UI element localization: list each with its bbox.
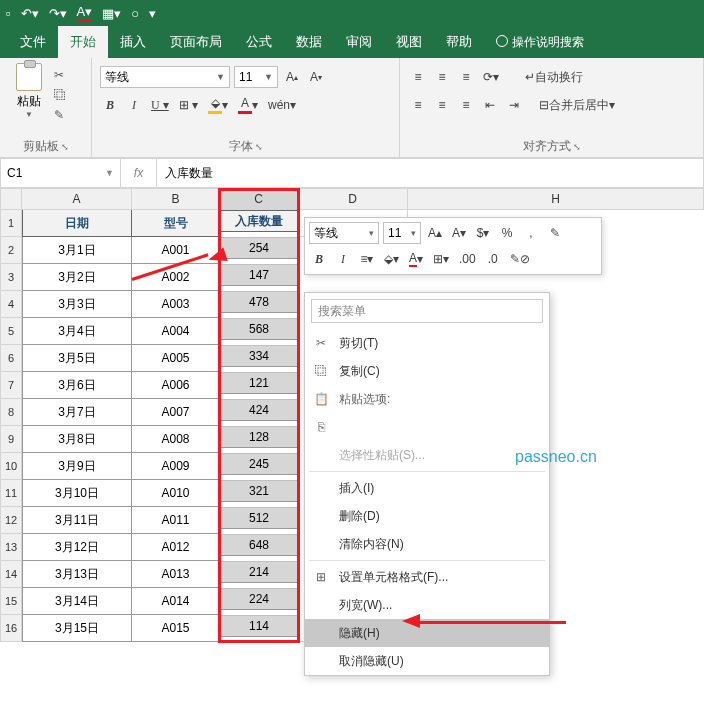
cell-qty[interactable]: 478 bbox=[220, 291, 298, 313]
mini-clear-format[interactable]: ✎⊘ bbox=[507, 248, 533, 270]
cell-date[interactable]: 3月11日 bbox=[22, 507, 132, 534]
cell-model[interactable]: A008 bbox=[132, 426, 220, 453]
border-button[interactable]: ⊞ ▾ bbox=[176, 94, 201, 116]
ctx-paste-option-1[interactable]: ⎘ bbox=[305, 413, 549, 441]
mini-font-name[interactable]: 等线▾ bbox=[309, 222, 379, 244]
row-header[interactable]: 9 bbox=[0, 426, 22, 453]
cell-qty[interactable]: 334 bbox=[220, 345, 298, 367]
ctx-unhide[interactable]: 取消隐藏(U) bbox=[305, 647, 549, 675]
col-header-a[interactable]: A bbox=[22, 188, 132, 210]
merge-center-button[interactable]: ⊟ 合并后居中 ▾ bbox=[536, 94, 618, 116]
cell-qty[interactable]: 648 bbox=[220, 534, 298, 556]
align-left-icon[interactable]: ≡ bbox=[408, 94, 428, 116]
ctx-search-input[interactable]: 搜索菜单 bbox=[311, 299, 543, 323]
cell-date[interactable]: 3月3日 bbox=[22, 291, 132, 318]
fx-icon[interactable]: fx bbox=[121, 159, 157, 187]
wrap-text-button[interactable]: ↵ 自动换行 bbox=[522, 66, 586, 88]
cell-model[interactable]: A007 bbox=[132, 399, 220, 426]
row-header[interactable]: 1 bbox=[0, 210, 22, 237]
ctx-format-cells[interactable]: ⊞设置单元格格式(F)... bbox=[305, 563, 549, 591]
cell-qty[interactable]: 245 bbox=[220, 453, 298, 475]
tab-data[interactable]: 数据 bbox=[284, 26, 334, 58]
phonetic-button[interactable]: wén▾ bbox=[265, 94, 299, 116]
header-qty[interactable]: 入库数量 bbox=[220, 210, 298, 232]
row-header[interactable]: 12 bbox=[0, 507, 22, 534]
mini-fill[interactable]: ⬙▾ bbox=[381, 248, 402, 270]
row-header[interactable]: 7 bbox=[0, 372, 22, 399]
indent-dec-icon[interactable]: ⇤ bbox=[480, 94, 500, 116]
cell-date[interactable]: 3月14日 bbox=[22, 588, 132, 615]
cell-date[interactable]: 3月9日 bbox=[22, 453, 132, 480]
mini-shrink-font[interactable]: A▾ bbox=[449, 222, 469, 244]
fill-color-button[interactable]: ⬙▾ bbox=[205, 94, 231, 116]
mini-percent[interactable]: % bbox=[497, 222, 517, 244]
font-name-select[interactable]: 等线▼ bbox=[100, 66, 230, 88]
formula-input[interactable]: 入库数量 bbox=[157, 159, 703, 187]
tab-insert[interactable]: 插入 bbox=[108, 26, 158, 58]
tab-view[interactable]: 视图 bbox=[384, 26, 434, 58]
cell-qty[interactable]: 147 bbox=[220, 264, 298, 286]
ctx-clear[interactable]: 清除内容(N) bbox=[305, 530, 549, 558]
cell-qty[interactable]: 424 bbox=[220, 399, 298, 421]
row-header[interactable]: 14 bbox=[0, 561, 22, 588]
col-header-d[interactable]: D bbox=[298, 188, 408, 210]
row-header[interactable]: 2 bbox=[0, 237, 22, 264]
mini-font-color[interactable]: A▾ bbox=[406, 248, 426, 270]
tab-layout[interactable]: 页面布局 bbox=[158, 26, 234, 58]
cell-qty[interactable]: 224 bbox=[220, 588, 298, 610]
row-header[interactable]: 4 bbox=[0, 291, 22, 318]
cell-qty[interactable]: 128 bbox=[220, 426, 298, 448]
align-right-icon[interactable]: ≡ bbox=[456, 94, 476, 116]
circle-icon[interactable]: ○ bbox=[131, 6, 139, 21]
cell-model[interactable]: A002 bbox=[132, 264, 220, 291]
cell-qty[interactable]: 214 bbox=[220, 561, 298, 583]
cell-model[interactable]: A013 bbox=[132, 561, 220, 588]
qat-more-icon[interactable]: ▾ bbox=[149, 6, 156, 21]
align-bottom-icon[interactable]: ≡ bbox=[456, 66, 476, 88]
cell-date[interactable]: 3月10日 bbox=[22, 480, 132, 507]
mini-comma[interactable]: , bbox=[521, 222, 541, 244]
cell-date[interactable]: 3月13日 bbox=[22, 561, 132, 588]
cell-qty[interactable]: 512 bbox=[220, 507, 298, 529]
align-top-icon[interactable]: ≡ bbox=[408, 66, 428, 88]
cell-model[interactable]: A015 bbox=[132, 615, 220, 642]
col-header-c[interactable]: C bbox=[220, 188, 298, 210]
cell-model[interactable]: A005 bbox=[132, 345, 220, 372]
row-header[interactable]: 10 bbox=[0, 453, 22, 480]
italic-button[interactable]: I bbox=[124, 94, 144, 116]
cell-date[interactable]: 3月5日 bbox=[22, 345, 132, 372]
cell-model[interactable]: A011 bbox=[132, 507, 220, 534]
cell-date[interactable]: 3月15日 bbox=[22, 615, 132, 642]
cell-date[interactable]: 3月6日 bbox=[22, 372, 132, 399]
ctx-hide[interactable]: 隐藏(H) bbox=[305, 619, 549, 647]
font-size-select[interactable]: 11▼ bbox=[234, 66, 278, 88]
cell-model[interactable]: A004 bbox=[132, 318, 220, 345]
bold-button[interactable]: B bbox=[100, 94, 120, 116]
mini-border[interactable]: ⊞▾ bbox=[430, 248, 452, 270]
row-header[interactable]: 3 bbox=[0, 264, 22, 291]
shrink-font-icon[interactable]: A▾ bbox=[306, 66, 326, 88]
row-header[interactable]: 16 bbox=[0, 615, 22, 642]
ctx-paste-special[interactable]: 选择性粘贴(S)... bbox=[305, 441, 549, 469]
mini-format-painter[interactable]: ✎ bbox=[545, 222, 565, 244]
row-header[interactable]: 13 bbox=[0, 534, 22, 561]
ctx-insert[interactable]: 插入(I) bbox=[305, 474, 549, 502]
ctx-column-width[interactable]: 列宽(W)... bbox=[305, 591, 549, 619]
row-header[interactable]: 5 bbox=[0, 318, 22, 345]
cell-date[interactable]: 3月7日 bbox=[22, 399, 132, 426]
align-center-icon[interactable]: ≡ bbox=[432, 94, 452, 116]
mini-bold[interactable]: B bbox=[309, 248, 329, 270]
cell-model[interactable]: A006 bbox=[132, 372, 220, 399]
cell-model[interactable]: A014 bbox=[132, 588, 220, 615]
col-header-h[interactable]: H bbox=[408, 188, 704, 210]
ctx-delete[interactable]: 删除(D) bbox=[305, 502, 549, 530]
select-all-corner[interactable] bbox=[0, 188, 22, 210]
cell-qty[interactable]: 321 bbox=[220, 480, 298, 502]
cell-qty[interactable]: 121 bbox=[220, 372, 298, 394]
cell-date[interactable]: 3月4日 bbox=[22, 318, 132, 345]
tab-file[interactable]: 文件 bbox=[8, 26, 58, 58]
row-header[interactable]: 11 bbox=[0, 480, 22, 507]
cell-model[interactable]: A010 bbox=[132, 480, 220, 507]
cell-date[interactable]: 3月1日 bbox=[22, 237, 132, 264]
orientation-icon[interactable]: ⟳▾ bbox=[480, 66, 502, 88]
